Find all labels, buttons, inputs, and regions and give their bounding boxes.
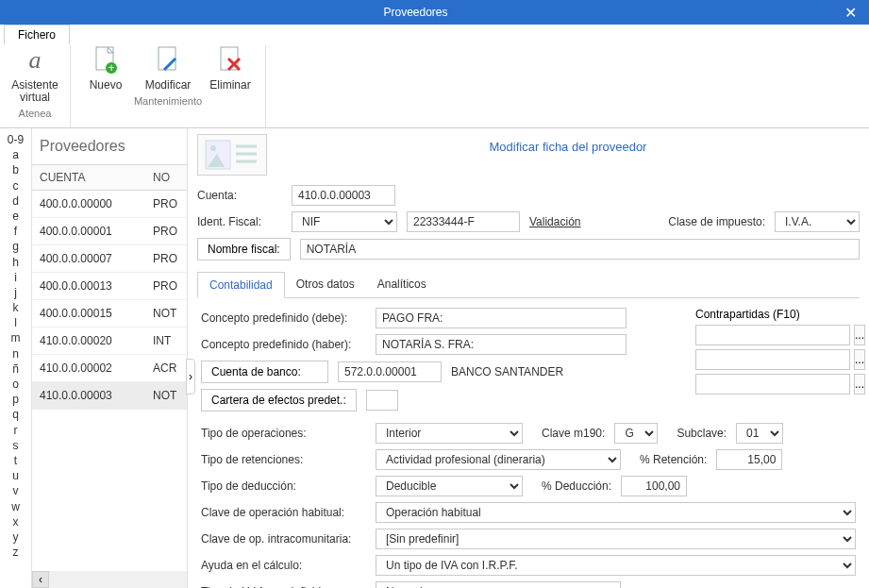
az-index-c[interactable]: c — [0, 178, 31, 193]
clase-impuesto-select[interactable]: I.V.A. — [775, 211, 860, 232]
az-index-ñ[interactable]: ñ — [0, 361, 31, 377]
contrapartida-3-edit-button[interactable]: ... — [854, 374, 865, 395]
az-index-0-9[interactable]: 0-9 — [0, 132, 31, 147]
az-index-i[interactable]: i — [0, 270, 31, 285]
contrapartida-1-edit-button[interactable]: ... — [854, 325, 865, 345]
tipo-retenciones-select[interactable]: Actividad profesional (dineraria) — [376, 449, 621, 470]
modificar-button[interactable]: Modificar — [142, 45, 193, 92]
svg-text:+: + — [108, 61, 114, 75]
az-index-h[interactable]: h — [0, 255, 31, 270]
label-subclave: Subclave: — [677, 427, 727, 440]
az-index-f[interactable]: f — [0, 224, 31, 239]
proveedores-table[interactable]: CUENTA NO 400.0.0.00000PRO400.0.0.00001P… — [32, 164, 187, 571]
ident-tipo-select[interactable]: NIF — [292, 211, 397, 232]
col-nombre[interactable]: NO — [145, 165, 187, 191]
az-index-d[interactable]: d — [0, 193, 31, 209]
az-index-o[interactable]: o — [0, 377, 31, 392]
horizontal-scrollbar[interactable]: ‹ — [32, 571, 187, 588]
tipo-deduccion-select[interactable]: Deducible — [376, 476, 523, 496]
az-index-y[interactable]: y — [0, 529, 31, 545]
ribbon-tab-fichero[interactable]: Fichero — [4, 25, 70, 44]
atenea-icon: a — [29, 46, 42, 75]
contrapartida-1-input[interactable] — [695, 325, 850, 345]
table-row[interactable]: 400.0.0.00013PRO — [32, 273, 187, 300]
az-index-k[interactable]: k — [0, 300, 31, 315]
table-row[interactable]: 400.0.0.00015NOT — [32, 300, 187, 328]
table-row[interactable]: 400.0.0.00001PRO — [32, 218, 187, 245]
cartera-button[interactable]: Cartera de efectos predet.: — [201, 389, 357, 412]
az-index-l[interactable]: l — [0, 315, 31, 330]
subclave-select[interactable]: 01 — [736, 423, 783, 444]
ident-valor-input[interactable] — [407, 211, 520, 232]
clave-intracomunitaria-select[interactable]: [Sin predefinir] — [376, 529, 856, 549]
tab-analiticos[interactable]: Analíticos — [366, 272, 438, 297]
clave-m190-select[interactable]: G — [614, 423, 658, 444]
cuenta-input[interactable] — [292, 185, 395, 206]
svg-point-9 — [210, 145, 216, 151]
clave-op-habitual-select[interactable]: Operación habitual — [376, 502, 856, 523]
az-index-g[interactable]: g — [0, 239, 31, 254]
az-index-s[interactable]: s — [0, 438, 31, 453]
table-row[interactable]: 410.0.0.00020INT — [32, 328, 187, 355]
cuenta-banco-button[interactable]: Cuenta de banco: — [201, 361, 328, 383]
tab-contabilidad[interactable]: Contabilidad — [197, 272, 285, 298]
detail-title: Modificar ficha del proveedor — [276, 134, 860, 154]
label-contrapartidas: Contrapartidas (F10) — [695, 308, 856, 321]
ayuda-calculo-select[interactable]: Un tipo de IVA con I.R.P.F. — [376, 555, 856, 576]
validacion-link[interactable]: Validación — [529, 215, 580, 228]
asistente-virtual-button[interactable]: a Asistentevirtual — [9, 45, 60, 104]
image-placeholder-icon[interactable] — [197, 134, 267, 176]
az-index-x[interactable]: x — [0, 514, 31, 529]
az-index-v[interactable]: v — [0, 483, 31, 498]
pct-deduccion-input[interactable] — [621, 476, 687, 496]
pct-retencion-input[interactable] — [716, 449, 782, 470]
label-pct-retencion: % Retención: — [640, 453, 707, 466]
close-icon[interactable]: ✕ — [831, 0, 869, 25]
az-index-j[interactable]: j — [0, 285, 31, 300]
table-row[interactable]: 410.0.0.00002ACR — [32, 355, 187, 382]
az-index-u[interactable]: u — [0, 468, 31, 483]
label-clave-m190: Clave m190: — [542, 427, 605, 440]
label-clave-intracomunitaria: Clave de op. intracomunitaria: — [201, 532, 366, 546]
az-index-e[interactable]: e — [0, 209, 31, 224]
contrapartida-2-input[interactable] — [695, 349, 850, 370]
contrapartida-3-input[interactable] — [695, 374, 850, 395]
label-clave-op-habitual: Clave de operación habitual: — [201, 506, 366, 519]
tab-otros-datos[interactable]: Otros datos — [285, 272, 366, 297]
nombre-fiscal-button[interactable]: Nombre fiscal: — [197, 238, 291, 260]
concepto-debe-input[interactable] — [376, 308, 627, 328]
concepto-haber-input[interactable] — [376, 334, 627, 355]
table-row[interactable]: 410.0.0.00003NOT — [32, 382, 187, 410]
cuenta-banco-input[interactable] — [338, 361, 442, 382]
tipo-operaciones-select[interactable]: Interior — [376, 423, 523, 444]
ribbon-group-atenea: Atenea — [19, 108, 52, 119]
az-index-m[interactable]: m — [0, 330, 31, 345]
az-index-a[interactable]: a — [0, 147, 31, 162]
nombre-fiscal-input[interactable] — [300, 239, 860, 260]
eliminar-button[interactable]: Eliminar — [205, 45, 256, 92]
table-row[interactable]: 400.0.0.00000PRO — [32, 191, 187, 218]
tipo-iva-select[interactable]: Normal — [376, 581, 621, 588]
nuevo-button[interactable]: + Nuevo — [80, 45, 131, 92]
cartera-input[interactable] — [366, 390, 398, 411]
az-index-b[interactable]: b — [0, 162, 31, 177]
table-row[interactable]: 400.0.0.00007PRO — [32, 245, 187, 273]
az-index-r[interactable]: r — [0, 423, 31, 438]
label-concepto-debe: Concepto predefinido (debe): — [201, 311, 366, 325]
list-title: Proveedores — [32, 128, 187, 164]
label-cuenta: Cuenta: — [197, 189, 282, 202]
az-index-q[interactable]: q — [0, 407, 31, 422]
az-index-p[interactable]: p — [0, 392, 31, 407]
banco-nombre-label: BANCO SANTANDER — [451, 365, 563, 378]
az-index-z[interactable]: z — [0, 545, 31, 560]
ribbon-group-mantenimiento: Mantenimiento — [134, 95, 202, 107]
col-cuenta[interactable]: CUENTA — [32, 165, 145, 191]
scroll-left-icon[interactable]: ‹ — [32, 571, 49, 588]
contrapartida-2-edit-button[interactable]: ... — [854, 349, 865, 370]
window-title: Proveedores — [0, 6, 831, 19]
az-index-t[interactable]: t — [0, 453, 31, 468]
az-index-w[interactable]: w — [0, 499, 31, 514]
az-index-n[interactable]: n — [0, 346, 31, 361]
label-concepto-haber: Concepto predefinido (haber): — [201, 338, 366, 351]
label-tipo-retenciones: Tipo de retenciones: — [201, 453, 366, 466]
